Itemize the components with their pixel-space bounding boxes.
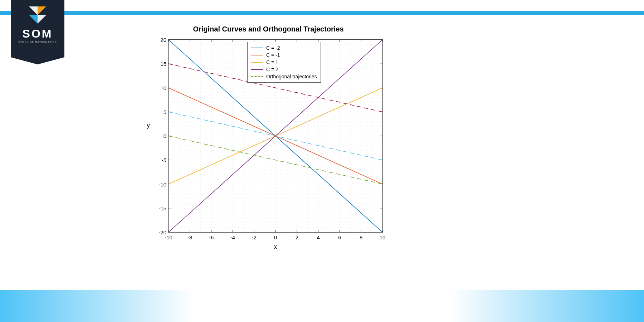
legend: C = -2C = -1C = 1C = 2Orthogonal traject… (247, 42, 321, 83)
y-tick-label: -10 (158, 181, 166, 187)
legend-item: C = 2 (251, 66, 317, 73)
chart-title: Original Curves and Orthogonal Trajector… (140, 25, 397, 33)
y-tick-label: 5 (164, 109, 166, 115)
x-axis-label: x (168, 243, 383, 251)
brand-title: SOM (23, 28, 53, 39)
brand-badge: SOM STORY OF MATHEMATICS (11, 0, 64, 57)
legend-swatch (251, 55, 263, 55)
y-tick-label: 15 (160, 61, 166, 67)
x-tick-label: -4 (230, 234, 235, 240)
svg-marker-3 (38, 15, 46, 24)
y-axis-label: y (147, 122, 150, 129)
x-tick-label: 4 (317, 234, 319, 240)
y-tick-label: 20 (160, 37, 166, 43)
brand-subtitle: STORY OF MATHEMATICS (18, 41, 57, 43)
legend-swatch (251, 76, 263, 77)
x-tick-label: -8 (187, 234, 192, 240)
bottom-gradient (0, 290, 644, 322)
legend-item: Orthogonal trajectories (251, 73, 317, 80)
y-tick-label: -5 (162, 157, 166, 163)
legend-label: C = 2 (266, 67, 278, 72)
legend-label: Orthogonal trajectories (266, 74, 317, 79)
x-tick-label: 8 (360, 234, 362, 240)
y-tick-label: 10 (160, 85, 166, 91)
legend-label: C = -1 (266, 52, 280, 58)
legend-item: C = -2 (251, 44, 317, 52)
legend-label: C = -2 (266, 45, 280, 51)
legend-label: C = 1 (266, 59, 278, 65)
x-tick-label: 2 (296, 234, 298, 240)
y-tick-label: -15 (158, 205, 166, 211)
x-tick-label: 6 (338, 234, 341, 240)
x-tick-label: 0 (274, 234, 277, 240)
x-tick-label: -6 (209, 234, 214, 240)
x-tick-label: -10 (165, 234, 172, 240)
chart-container: Original Curves and Orthogonal Trajector… (140, 25, 397, 261)
legend-swatch (251, 62, 263, 63)
x-tick-label: 10 (380, 234, 386, 240)
svg-marker-2 (29, 15, 38, 24)
legend-swatch (251, 48, 263, 48)
brand-logo-icon (29, 6, 46, 24)
plot-area: C = -2C = -1C = 1C = 2Orthogonal traject… (168, 39, 383, 233)
x-tick-label: -2 (252, 234, 257, 240)
svg-marker-0 (38, 6, 46, 15)
top-accent-bar (0, 11, 644, 15)
legend-swatch (251, 69, 263, 70)
legend-item: C = -1 (251, 52, 317, 59)
svg-marker-1 (29, 6, 38, 15)
y-tick-label: 0 (164, 133, 166, 139)
legend-item: C = 1 (251, 59, 317, 66)
